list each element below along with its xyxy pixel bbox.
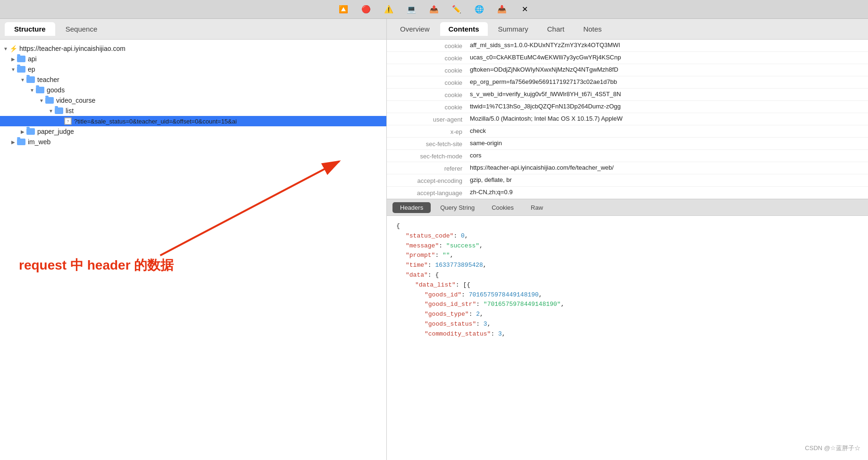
header-row-sec-fetch-site: sec-fetch-site same-origin: [387, 138, 868, 150]
header-row-useragent: user-agent Mozilla/5.0 (Macintosh; Intel…: [387, 113, 868, 125]
tree-item-api[interactable]: api: [0, 54, 386, 64]
folder-icon-im-web: [17, 139, 25, 145]
tab-overview[interactable]: Overview: [392, 22, 438, 36]
request-tab-query-string[interactable]: Query String: [433, 202, 482, 213]
header-row-sec-fetch-mode: sec-fetch-mode cors: [387, 150, 868, 162]
json-line-11: "commodity_status": 3,: [396, 329, 859, 339]
tool-icon-2[interactable]: 🔴: [359, 3, 373, 16]
tab-notes[interactable]: Notes: [575, 22, 610, 36]
tree-label-im-web: im_web: [28, 138, 50, 146]
tree-arrow-api: [9, 57, 17, 62]
header-row-cookie1: cookie aff_ml_sids_ss=1.0.0-KDUxNTYzZmY3…: [387, 40, 868, 52]
left-panel: Structure Sequence ⚡ https://teacher-api…: [0, 19, 387, 460]
json-line-6: "data_list": [{: [396, 280, 859, 290]
header-key-cookie4: cookie: [394, 78, 470, 86]
right-tab-bar: Overview Contents Summary Chart Notes: [387, 19, 868, 40]
header-value-xep: check: [470, 127, 860, 134]
tool-icon-7[interactable]: 🌐: [473, 3, 486, 16]
tool-icon-1[interactable]: 🔼: [337, 3, 350, 16]
tree-label-root: https://teacher-api.iyincaishijiao.com: [19, 45, 125, 52]
tool-icon-close[interactable]: ✕: [518, 3, 531, 16]
header-key-cookie5: cookie: [394, 90, 470, 99]
tree-label-ep: ep: [28, 66, 35, 73]
json-content[interactable]: { "status_code": 0, "message": "success"…: [387, 216, 868, 460]
header-value-referer: https://teacher-api.iyincaishijiao.com/f…: [470, 164, 860, 171]
annotation-label: request 中 header 的数据: [19, 258, 174, 272]
annotation-text: request 中 header 的数据: [19, 256, 174, 274]
header-key-sec-fetch-site: sec-fetch-site: [394, 140, 470, 148]
header-key-referer: referer: [394, 164, 470, 172]
tree-arrow-list: [47, 108, 55, 114]
right-panel: Overview Contents Summary Chart Notes co…: [387, 19, 868, 460]
tree-content: ⚡ https://teacher-api.iyincaishijiao.com…: [0, 40, 386, 460]
headers-area: cookie aff_ml_sids_ss=1.0.0-KDUxNTYzZmY3…: [387, 40, 868, 199]
tool-icon-5[interactable]: 📤: [427, 3, 441, 16]
json-line-4: "time": 1633773895428,: [396, 261, 859, 271]
header-key-cookie2: cookie: [394, 54, 470, 62]
tree-arrow-goods: [28, 88, 36, 93]
header-key-useragent: user-agent: [394, 115, 470, 123]
tab-sequence[interactable]: Sequence: [56, 22, 107, 36]
tool-icon-8[interactable]: 📥: [495, 3, 509, 16]
request-tab-cookies[interactable]: Cookies: [484, 202, 521, 213]
json-line-3: "prompt": "",: [396, 251, 859, 261]
tree-item-list[interactable]: list: [0, 106, 386, 116]
header-key-accept-encoding: accept-encoding: [394, 176, 470, 184]
tree-item-root[interactable]: ⚡ https://teacher-api.iyincaishijiao.com: [0, 43, 386, 54]
svg-line-1: [160, 161, 340, 255]
tab-structure[interactable]: Structure: [5, 22, 55, 36]
tree-item-paper-judge[interactable]: paper_judge: [0, 126, 386, 137]
json-line-7: "goods_id": 7016575978449148190,: [396, 290, 859, 300]
tab-chart[interactable]: Chart: [539, 22, 573, 36]
header-value-sec-fetch-mode: cors: [470, 152, 860, 159]
main-container: Structure Sequence ⚡ https://teacher-api…: [0, 19, 868, 460]
header-key-cookie3: cookie: [394, 66, 470, 74]
header-value-cookie5: s_v_web_id=verify_kujg0v5f_lWWlr8YH_t67i…: [470, 90, 860, 98]
header-row-accept-language: accept-language zh-CN,zh;q=0.9: [387, 187, 868, 199]
folder-icon-api: [17, 56, 25, 62]
header-value-sec-fetch-site: same-origin: [470, 140, 860, 147]
tool-icon-4[interactable]: 💻: [405, 3, 418, 16]
header-value-accept-language: zh-CN,zh;q=0.9: [470, 189, 860, 196]
header-row-cookie3: cookie gftoken=ODdjZjNkOWIyNXwxNjMzNzQ4N…: [387, 64, 868, 76]
tab-contents[interactable]: Contents: [440, 22, 488, 36]
left-tab-bar: Structure Sequence: [0, 19, 386, 40]
header-value-cookie6: ttwid=1%7C13hSo_J8jcbQZQFnN13Dp264Dumz-z…: [470, 103, 860, 110]
request-tab-headers[interactable]: Headers: [392, 202, 431, 213]
tree-item-ep[interactable]: ep: [0, 64, 386, 74]
tree-item-goods[interactable]: goods: [0, 85, 386, 95]
request-tab-raw[interactable]: Raw: [523, 202, 551, 213]
json-line-1: "status_code": 0,: [396, 231, 859, 241]
folder-icon-video-course: [45, 97, 54, 104]
tree-arrow-paper-judge: [19, 129, 26, 134]
folder-icon-list: [55, 107, 63, 114]
folder-icon-ep: [17, 66, 25, 73]
header-row-cookie4: cookie ep_org_perm=fa756e99e569117192717…: [387, 76, 868, 89]
tree-label-paper-judge: paper_judge: [37, 128, 74, 135]
json-line-10: "goods_status": 3,: [396, 320, 859, 329]
header-row-accept-encoding: accept-encoding gzip, deflate, br: [387, 174, 868, 187]
header-row-referer: referer https://teacher-api.iyincaishiji…: [387, 162, 868, 174]
tool-icon-3[interactable]: ⚠️: [382, 3, 395, 16]
tree-arrow-ep: [9, 67, 17, 72]
request-tabs: Headers Query String Cookies Raw: [387, 199, 868, 216]
tree-item-im-web[interactable]: im_web: [0, 137, 386, 147]
header-value-cookie1: aff_ml_sids_ss=1.0.0-KDUxNTYzZmY3Yzk4OTQ…: [470, 41, 860, 49]
header-value-cookie4: ep_org_perm=fa756e99e5691171927173c02ae1…: [470, 78, 860, 85]
json-line-9: "goods_type": 2,: [396, 310, 859, 320]
header-value-accept-encoding: gzip, deflate, br: [470, 176, 860, 183]
header-value-useragent: Mozilla/5.0 (Macintosh; Intel Mac OS X 1…: [470, 115, 860, 122]
tree-label-list: list: [66, 107, 74, 115]
tree-arrow-im-web: [9, 140, 17, 145]
header-key-sec-fetch-mode: sec-fetch-mode: [394, 152, 470, 160]
tree-item-query[interactable]: ? ?title=&sale_status=0&teacher_uid=&off…: [0, 116, 386, 126]
tree-label-query: ?title=&sale_status=0&teacher_uid=&offse…: [74, 118, 237, 125]
tab-summary[interactable]: Summary: [490, 22, 537, 36]
tool-icon-6[interactable]: ✏️: [450, 3, 463, 16]
file-icon-query: ?: [64, 117, 72, 125]
tree-arrow-root: [2, 46, 9, 51]
header-key-cookie6: cookie: [394, 103, 470, 111]
tree-item-teacher[interactable]: teacher: [0, 74, 386, 85]
header-row-xep: x-ep check: [387, 125, 868, 138]
tree-item-video-course[interactable]: video_course: [0, 95, 386, 106]
